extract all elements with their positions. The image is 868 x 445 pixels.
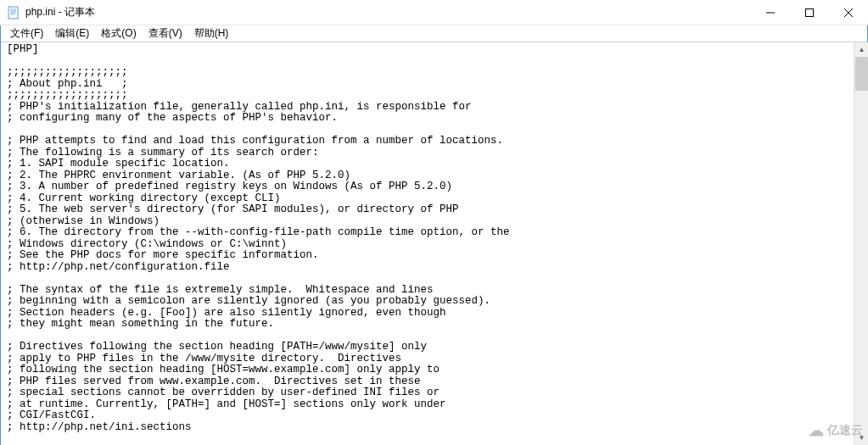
- close-button[interactable]: [829, 0, 868, 25]
- svg-rect-6: [806, 8, 814, 16]
- window-title: php.ini - 记事本: [25, 5, 751, 19]
- scroll-down-arrow[interactable]: ▼: [854, 431, 868, 445]
- menu-file[interactable]: 文件(F): [5, 25, 48, 42]
- scroll-thumb[interactable]: [855, 57, 868, 91]
- maximize-button[interactable]: [790, 0, 829, 25]
- window-controls: [751, 0, 868, 25]
- notepad-icon: [7, 6, 20, 19]
- scroll-up-arrow[interactable]: ▲: [854, 42, 868, 57]
- menu-edit[interactable]: 编辑(E): [50, 25, 94, 42]
- menubar: 文件(F) 编辑(E) 格式(O) 查看(V) 帮助(H): [0, 25, 868, 42]
- vertical-scrollbar[interactable]: ▲ ▼: [854, 42, 868, 445]
- menu-view[interactable]: 查看(V): [143, 25, 188, 42]
- text-editor[interactable]: [PHP] ;;;;;;;;;;;;;;;;;;; ; About php.in…: [0, 42, 854, 445]
- titlebar: php.ini - 记事本: [0, 0, 868, 25]
- content-area: [PHP] ;;;;;;;;;;;;;;;;;;; ; About php.in…: [0, 42, 868, 445]
- menu-help[interactable]: 帮助(H): [189, 25, 234, 42]
- minimize-button[interactable]: [751, 0, 790, 25]
- menu-format[interactable]: 格式(O): [96, 25, 141, 42]
